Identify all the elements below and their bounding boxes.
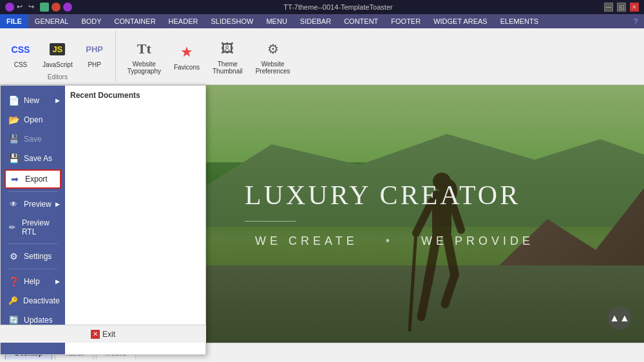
menu-item-preview[interactable]: 👁 Preview <box>1 195 65 214</box>
menu-widget-areas[interactable]: WIDGET AREAS <box>427 14 494 28</box>
open-icon: 📂 <box>8 115 19 125</box>
exit-label: Exit <box>102 330 115 339</box>
title-bar-left: ↩ ↪ <box>5 3 72 12</box>
thumbnail-icon: 🖼 <box>217 39 238 59</box>
menu-item-settings[interactable]: ⚙ Settings <box>1 247 65 266</box>
js-icon: JS <box>47 39 68 60</box>
recent-documents-panel: Recent Documents <box>65 86 205 354</box>
preview-divider <box>245 221 296 222</box>
menu-content[interactable]: CONTENT <box>337 14 384 28</box>
menu-body[interactable]: BODY <box>75 14 108 28</box>
menu-container[interactable]: CONTAINER <box>108 14 162 28</box>
subtitle-right: WE PROVIDE <box>421 234 534 247</box>
menu-bar: FILE GENERAL BODY CONTAINER HEADER SLIDE… <box>0 14 644 28</box>
minimize-button[interactable]: — <box>604 3 613 12</box>
separator-3 <box>8 269 57 269</box>
save-label: Save <box>24 135 41 144</box>
theme-thumbnail-button[interactable]: 🖼 ThemeThumbnail <box>209 36 247 77</box>
menu-help-icon[interactable]: ? <box>627 14 644 28</box>
menu-elements[interactable]: ELEMENTS <box>494 14 545 28</box>
subtitle-dot: • <box>386 234 401 247</box>
new-icon: 📄 <box>8 95 19 106</box>
preview-title: LUXURY CREATOR <box>245 180 520 211</box>
preview-overlay: LUXURY CREATOR WE CREATE • WE PROVIDE <box>206 85 644 343</box>
recent-docs-title: Recent Documents <box>70 91 200 100</box>
back-to-top-button[interactable]: ▲▲ <box>608 307 631 330</box>
menu-item-help[interactable]: ❓ Help <box>1 272 65 291</box>
menu-item-open[interactable]: 📂 Open <box>1 110 65 129</box>
settings-icon: ⚙ <box>8 251 19 262</box>
exit-button[interactable]: ✕ Exit <box>91 330 115 339</box>
preferences-button[interactable]: ⚙ WebsitePreferences <box>252 36 294 77</box>
help-label: Help <box>24 277 40 286</box>
help-icon: ❓ <box>8 276 19 287</box>
save-as-label: Save As <box>24 154 52 163</box>
preview-label: Preview <box>24 200 52 209</box>
toolbar-icon-1[interactable]: ↩ <box>17 3 26 12</box>
ribbon-editors-group: CSS CSS JS JavaScript PHP PHP Editors <box>5 31 116 82</box>
restore-button[interactable]: ◱ <box>617 3 626 12</box>
menu-item-export[interactable]: ➡ Export <box>5 169 61 189</box>
close-button[interactable]: ✕ <box>630 3 639 12</box>
preview-icon: 👁 <box>8 199 19 209</box>
menu-item-new[interactable]: 📄 New <box>1 91 65 110</box>
menu-item-deactivate[interactable]: 🔑 Deactivate <box>1 291 65 310</box>
main-area: 📄 New 📂 Open 💾 Save 💾 Save As ➡ Export <box>0 85 644 343</box>
typography-button[interactable]: Tt WebsiteTypography <box>124 36 165 77</box>
preview-rtl-label: Preview RTL <box>22 218 57 236</box>
typography-label: WebsiteTypography <box>128 61 161 75</box>
save-as-icon: 💾 <box>8 153 19 164</box>
editors-label: Editors <box>48 73 68 82</box>
separator-2 <box>8 243 57 244</box>
title-bar: ↩ ↪ TT-7theme--0014-TemplateToaster — ◱ … <box>0 0 644 14</box>
php-label: PHP <box>88 61 101 68</box>
php-button[interactable]: PHP PHP <box>79 37 110 71</box>
css-label: CSS <box>14 61 28 68</box>
updates-label: Updates <box>24 316 53 325</box>
menu-file[interactable]: FILE <box>0 14 28 28</box>
menu-header[interactable]: HEADER <box>162 14 205 28</box>
open-label: Open <box>24 115 43 124</box>
preview-subtitle: WE CREATE • WE PROVIDE <box>245 234 544 248</box>
ribbon: CSS CSS JS JavaScript PHP PHP Editors Tt <box>0 28 644 85</box>
toolbar-icon-2[interactable]: ↪ <box>28 3 37 12</box>
menu-general[interactable]: GENERAL <box>28 14 75 28</box>
menu-item-save-as[interactable]: 💾 Save As <box>1 149 65 168</box>
preferences-label: WebsitePreferences <box>256 61 290 75</box>
exit-bar: ✕ Exit <box>0 325 206 343</box>
js-label: JavaScript <box>43 61 73 68</box>
toolbar-icon-3[interactable] <box>40 3 49 12</box>
css-button[interactable]: CSS CSS <box>5 37 36 71</box>
preview-rtl-icon: ✏ <box>8 222 17 233</box>
javascript-button[interactable]: JS JavaScript <box>39 37 77 71</box>
menu-slideshow[interactable]: SLIDESHOW <box>204 14 260 28</box>
ribbon-icons: CSS CSS JS JavaScript PHP PHP <box>5 31 110 73</box>
file-menu-dropdown: 📄 New 📂 Open 💾 Save 💾 Save As ➡ Export <box>0 85 206 355</box>
favicons-label: Favicons <box>174 64 200 71</box>
menu-menu[interactable]: MENU <box>260 14 293 28</box>
toolbar-icon-4[interactable] <box>52 3 61 12</box>
new-label: New <box>24 96 39 105</box>
separator-1 <box>8 191 57 192</box>
deactivate-icon: 🔑 <box>8 296 18 306</box>
exit-icon: ✕ <box>91 330 100 339</box>
menu-item-save[interactable]: 💾 Save <box>1 129 65 149</box>
canvas-area: ▲ ▼ <box>206 85 644 343</box>
save-icon: 💾 <box>8 134 19 144</box>
favicons-button[interactable]: ★ Favicons <box>170 39 204 73</box>
menu-item-preview-rtl[interactable]: ✏ Preview RTL <box>1 214 65 241</box>
typography-icon: Tt <box>134 39 155 59</box>
app-icon <box>5 3 14 12</box>
app-title: TT-7theme--0014-TemplateToaster <box>72 3 604 11</box>
php-icon: PHP <box>84 39 105 60</box>
menu-footer[interactable]: FOOTER <box>384 14 427 28</box>
favicons-icon: ★ <box>176 42 197 62</box>
settings-label: Settings <box>24 252 52 261</box>
back-to-top-icon: ▲▲ <box>609 312 630 324</box>
preview-background: LUXURY CREATOR WE CREATE • WE PROVIDE ▲▲ <box>206 85 644 343</box>
toolbar-icon-5[interactable] <box>63 3 72 12</box>
preferences-icon: ⚙ <box>263 39 283 59</box>
menu-sidebar[interactable]: SIDEBAR <box>294 14 337 28</box>
export-icon: ➡ <box>10 174 20 184</box>
export-label: Export <box>25 175 48 184</box>
